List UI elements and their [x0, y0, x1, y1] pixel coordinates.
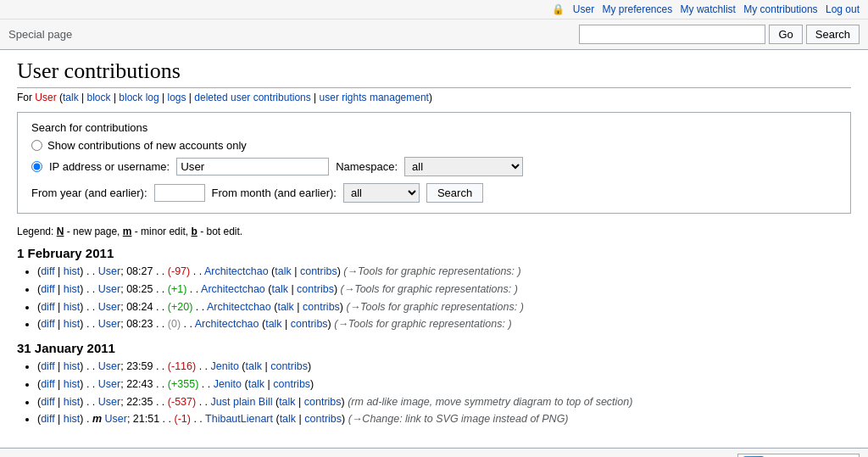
contrib-list-jan: (diff | hist) . . User; 23:59 . . (-116)…: [17, 359, 851, 427]
diff-link[interactable]: diff: [41, 360, 54, 372]
contrib-search-legend: Search for contributions: [31, 121, 147, 134]
diff-link[interactable]: diff: [41, 301, 54, 313]
contrib-search-button[interactable]: Search: [426, 183, 483, 203]
change-amount: (+20): [168, 301, 193, 313]
contribs-link[interactable]: contribs: [297, 283, 334, 295]
edit-summary: (→Tools for graphic representations: ): [343, 265, 520, 277]
editor-link[interactable]: Architectchao: [201, 283, 265, 295]
diff-link[interactable]: diff: [41, 413, 54, 425]
editor-link[interactable]: Architectchao: [207, 301, 271, 313]
list-item: (diff | hist) . m User; 21:51 . . (-1) .…: [37, 411, 851, 427]
list-item: (diff | hist) . . User; 08:25 . . (+1) .…: [37, 281, 851, 298]
article-link[interactable]: User: [98, 360, 120, 372]
article-link[interactable]: User: [98, 318, 120, 330]
talk-link[interactable]: talk: [275, 265, 291, 277]
go-button[interactable]: Go: [769, 25, 802, 44]
date-row: From year (and earlier): From month (and…: [31, 183, 837, 203]
talk-link[interactable]: talk: [271, 283, 287, 295]
change-amount: (+355): [168, 378, 198, 390]
search-input[interactable]: [579, 25, 765, 44]
editor-link[interactable]: Architectchao: [195, 318, 259, 330]
contribs-link[interactable]: contribs: [300, 265, 337, 277]
contribs-link[interactable]: contribs: [303, 301, 340, 313]
diff-link[interactable]: diff: [41, 265, 54, 277]
hist-link[interactable]: hist: [64, 378, 80, 390]
hist-link[interactable]: hist: [64, 265, 80, 277]
change-amount: (0): [168, 318, 181, 330]
diff-link[interactable]: diff: [41, 318, 54, 330]
contribs-link[interactable]: contribs: [273, 378, 310, 390]
diff-link[interactable]: diff: [41, 396, 54, 408]
deleted-contributions-link[interactable]: deleted user contributions: [194, 92, 310, 103]
talk-link[interactable]: talk: [265, 318, 281, 330]
radio-ip-username[interactable]: [31, 161, 42, 172]
contribs-link[interactable]: contribs: [304, 396, 342, 408]
contribs-link[interactable]: contribs: [304, 413, 342, 425]
from-month-label: From month (and earlier):: [212, 187, 337, 199]
editor-link[interactable]: Just plain Bill: [211, 396, 273, 408]
my-preferences-link[interactable]: My preferences: [603, 3, 673, 15]
legend-m: m: [123, 226, 132, 237]
diff-link[interactable]: diff: [41, 283, 54, 295]
article-link[interactable]: User: [98, 396, 120, 408]
from-year-input[interactable]: [154, 184, 205, 202]
top-navigation-bar: 🔒 User My preferences My watchlist My co…: [0, 0, 868, 20]
article-link[interactable]: User: [98, 265, 120, 277]
for-prefix: For: [17, 92, 32, 103]
main-content: User contributions For User (talk | bloc…: [0, 50, 868, 448]
editor-link[interactable]: Jenito: [211, 360, 239, 372]
username-input[interactable]: [176, 158, 329, 176]
article-link[interactable]: User: [98, 301, 120, 313]
my-watchlist-link[interactable]: My watchlist: [681, 3, 736, 15]
editor-link[interactable]: ThibautLienart: [205, 413, 273, 425]
logs-link[interactable]: logs: [168, 92, 186, 103]
block-link[interactable]: block: [87, 92, 111, 103]
article-link[interactable]: User: [98, 283, 120, 295]
list-item: (diff | hist) . . User; 08:27 . . (-97) …: [37, 264, 851, 280]
month-select[interactable]: all January February March April May Jun…: [343, 183, 420, 203]
talk-link[interactable]: talk: [246, 360, 262, 372]
contrib-list-feb: (diff | hist) . . User; 08:27 . . (-97) …: [17, 264, 851, 332]
talk-link[interactable]: talk: [63, 92, 79, 103]
contribs-link[interactable]: contribs: [291, 318, 328, 330]
search-button[interactable]: Search: [806, 25, 860, 44]
change-amount: (-97): [168, 265, 190, 277]
radio-new-accounts-label: Show contributions of new accounts only: [47, 139, 247, 152]
list-item: (diff | hist) . . User; 22:35 . . (-537)…: [37, 394, 851, 410]
edit-summary: (rm ad-like image, move symmetry diagram…: [348, 396, 632, 408]
hist-link[interactable]: hist: [64, 360, 80, 372]
page-title: User contributions: [17, 59, 851, 88]
top-search-form: Go Search: [579, 25, 860, 44]
talk-link[interactable]: talk: [277, 301, 293, 313]
contribs-link[interactable]: contribs: [270, 360, 308, 372]
radio-new-accounts[interactable]: [31, 140, 42, 151]
hist-link[interactable]: hist: [64, 318, 80, 330]
edit-summary: (→Tools for graphic representations: ): [346, 301, 523, 313]
article-link[interactable]: User: [98, 378, 120, 390]
user-page-link[interactable]: User: [35, 92, 56, 103]
editor-link[interactable]: Jenito: [214, 378, 242, 390]
log-out-link[interactable]: Log out: [826, 3, 860, 15]
hist-link[interactable]: hist: [64, 396, 80, 408]
article-link[interactable]: User: [104, 413, 126, 425]
edit-summary: (→Tools for graphic representations: ): [334, 318, 511, 330]
namespace-select[interactable]: all (Main) Talk User User talk Wikipedia…: [404, 157, 523, 176]
radio-row-new-accounts: Show contributions of new accounts only: [31, 139, 837, 152]
hist-link[interactable]: hist: [64, 283, 80, 295]
hist-link[interactable]: hist: [64, 413, 80, 425]
top-user-link[interactable]: User: [573, 3, 594, 15]
block-log-link[interactable]: block log: [119, 92, 159, 103]
diff-link[interactable]: diff: [41, 378, 54, 390]
hist-link[interactable]: hist: [64, 301, 80, 313]
from-year-label: From year (and earlier):: [31, 187, 147, 199]
editor-link[interactable]: Architectchao: [204, 265, 269, 277]
edit-summary: (→Tools for graphic representations: ): [341, 283, 518, 295]
radio-ip-label: IP address or username:: [49, 160, 170, 173]
change-amount: (-537): [168, 396, 196, 408]
talk-link[interactable]: talk: [248, 378, 264, 390]
talk-link[interactable]: talk: [280, 413, 296, 425]
user-rights-link[interactable]: user rights management: [320, 92, 429, 103]
talk-link[interactable]: talk: [279, 396, 295, 408]
mediawiki-badge: Powered by MediaWiki: [737, 454, 860, 457]
my-contributions-link[interactable]: My contributions: [743, 3, 817, 15]
